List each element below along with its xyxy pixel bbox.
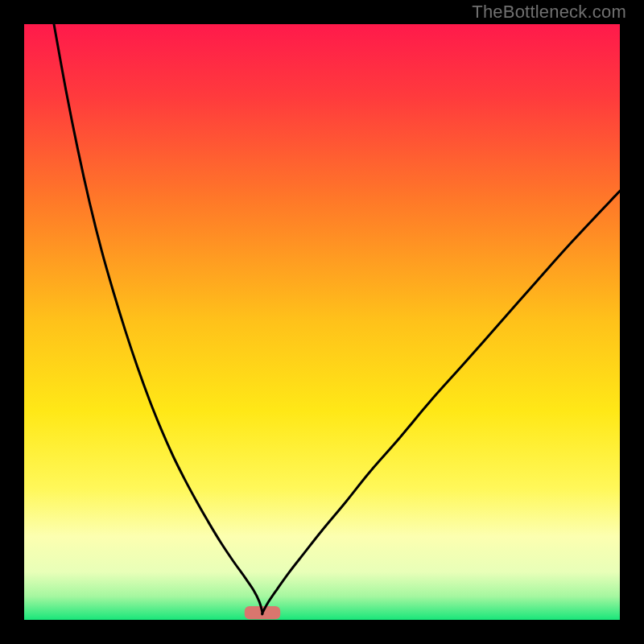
watermark-text: TheBottleneck.com bbox=[472, 2, 626, 23]
bottleneck-curve-plot bbox=[0, 0, 644, 644]
chart-container: TheBottleneck.com bbox=[0, 0, 644, 644]
